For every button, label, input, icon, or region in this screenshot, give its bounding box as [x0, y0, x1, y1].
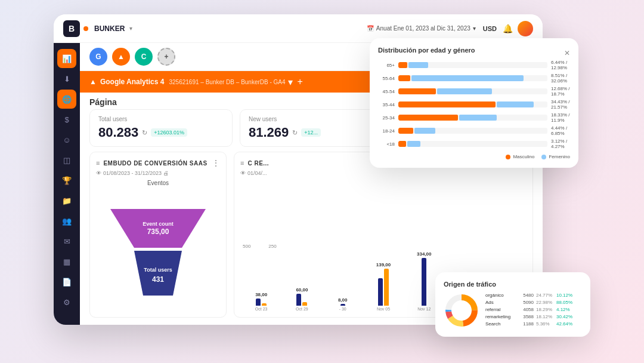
dist-row-55-64: 55-64 8.51% / 32.06% — [378, 73, 570, 84]
users-icon: 👥 — [62, 217, 72, 226]
sidebar-item-users[interactable]: 👥 — [57, 211, 76, 230]
chart-card-date: 👁 01/04/... — [240, 170, 527, 176]
bar-blue-2 — [296, 294, 301, 306]
funnel-subtitle: Eventos — [96, 180, 220, 186]
dist-row-18-24: 18-24 4.44% / 6.85% — [378, 125, 570, 136]
ga4-title: Google Analytics 4 — [100, 78, 165, 86]
analytics-icon: 📊 — [62, 54, 72, 63]
brand-name: BUNKER — [94, 24, 125, 33]
bar-group-1: 38,00 Oct 23 — [243, 292, 280, 311]
metric-refresh-icon: ↻ — [142, 129, 147, 137]
svg-text:735,00: 735,00 — [147, 227, 169, 236]
sidebar-item-doc[interactable]: 📄 — [57, 272, 76, 291]
ga4-dropdown[interactable]: ▾ — [288, 76, 293, 88]
user-avatar[interactable] — [518, 21, 533, 36]
logo-dot — [83, 26, 88, 31]
dist-track-65plus — [398, 62, 547, 68]
distribution-card: Distribución por edad y género ✕ 65+ 6.4… — [370, 38, 578, 168]
sidebar-item-grid[interactable]: ▦ — [57, 252, 76, 271]
logo-area: B BUNKER ▾ — [63, 20, 132, 37]
ga4-meta: 325621691 – Bunker DB – BunkerDB - GA4 — [169, 79, 285, 85]
brand-dropdown[interactable]: ▾ — [129, 25, 132, 32]
download-icon: ⬇ — [64, 75, 70, 84]
bar-blue-1 — [256, 299, 261, 306]
funnel-card-title: EMBUDO DE CONVERSIÓN SAAS — [103, 160, 208, 167]
metric-change-new-users: +12... — [301, 128, 321, 137]
metric-total-users: Total users 80.283 ↻ +12603.01% — [89, 109, 233, 147]
grid-icon: ▦ — [63, 257, 70, 266]
funnel-more-button[interactable]: ⋮ — [212, 158, 220, 168]
traffic-row-ads: Ads 5090 22.98% 88.05% — [485, 300, 582, 305]
traffic-row-remarketing: remarketing 3588 18.12% 30.42% — [485, 314, 582, 319]
trophy-icon: 🏆 — [62, 176, 72, 185]
ga4-icon: ▲ — [89, 78, 97, 86]
svg-text:Total users: Total users — [144, 267, 172, 273]
add-integration-button[interactable]: + — [157, 48, 175, 66]
sidebar-item-emoji[interactable]: ☺ — [57, 130, 76, 149]
y-axis-500: 500 — [243, 244, 250, 249]
bar-blue-4 — [378, 278, 383, 306]
bar-group-3: 8,00 - 30 — [324, 297, 361, 311]
bar-group-2: 60,00 Oct 29 — [283, 287, 320, 311]
male-dot — [506, 155, 510, 159]
horizontal-bars: 65+ 6.44% / 12.98% 55-64 8.51% / 32.06% … — [378, 60, 570, 149]
bar-blue-5 — [422, 258, 426, 306]
date-range: 📅 Anuat Ene 01, 2023 al Dic 31, 2023 ▾ — [367, 25, 476, 32]
svg-text:Event count: Event count — [143, 221, 174, 227]
dist-row-35-44: 35-44 34.43% / 21.57% — [378, 99, 570, 110]
eye-icon: 👁 — [96, 170, 101, 176]
doc-icon: 📄 — [62, 278, 72, 287]
sidebar-item-download[interactable]: ⬇ — [57, 69, 76, 88]
y-axis-250: 250 — [268, 244, 276, 249]
dist-track-35-44 — [398, 101, 547, 107]
metric-new-users: New users 81.269 ↻ +12... — [240, 109, 383, 147]
currency-selector[interactable]: USD — [483, 25, 497, 32]
integration-c[interactable]: C — [135, 48, 153, 66]
bar-orange-1 — [262, 303, 267, 306]
integration-analytics[interactable]: ▲ — [112, 48, 130, 66]
sidebar-item-mail[interactable]: ✉ — [57, 232, 76, 251]
sidebar-item-trophy[interactable]: 🏆 — [57, 171, 76, 190]
emoji-icon: ☺ — [63, 136, 70, 144]
donut-chart — [444, 293, 479, 328]
sidebar: 📊 ⬇ 🌐 $ ☺ ◫ 🏆 — [54, 43, 80, 325]
traffic-row-referral: referral 4058 18.29% 4.12% — [485, 307, 582, 312]
metric-label-total-users: Total users — [98, 116, 224, 122]
legend-female: Femenino — [541, 154, 570, 159]
distribution-legend: Masculino Femenino — [378, 154, 570, 159]
traffic-title: Origen de tráfico — [444, 281, 582, 288]
traffic-card: Origen de tráfico orgánico — [435, 272, 590, 337]
funnel-visual: Event count 735,00 Total users 431 — [96, 190, 220, 311]
svg-text:431: 431 — [152, 275, 164, 284]
dist-row-25-34: 25-34 18.33% / 11.9% — [378, 112, 570, 123]
dist-row-45-54: 45-54 12.68% / 18.7% — [378, 86, 570, 97]
funnel-menu-icon: ≡ — [96, 159, 100, 167]
dollar-icon: $ — [64, 115, 69, 124]
sidebar-item-layers[interactable]: ◫ — [57, 150, 76, 170]
sidebar-item-dollar[interactable]: $ — [57, 110, 76, 129]
notification-bell[interactable]: 🔔 — [503, 24, 513, 33]
metric-refresh-icon-2: ↻ — [292, 129, 298, 137]
bar-blue-3 — [340, 304, 345, 306]
main-wrapper: B BUNKER ▾ 📅 Anuat Ene 01, 2023 al Dic 3… — [54, 14, 590, 349]
sidebar-item-globe[interactable]: 🌐 — [57, 90, 76, 109]
dist-row-under18: <18 3.12% / 4.27% — [378, 139, 570, 149]
integration-google[interactable]: G — [89, 48, 107, 66]
traffic-row-organic: orgánico 5480 24.77% 10.12% — [485, 293, 582, 298]
traffic-row-search: Search 1188 5.36% 42.64% — [485, 321, 582, 327]
svg-marker-3 — [134, 251, 182, 296]
mail-icon: ✉ — [64, 237, 70, 246]
funnel-card-date: 👁 01/08/2023 - 31/12/2023 🖨 — [96, 170, 220, 176]
funnel-svg: Event count 735,00 Total users 431 — [104, 203, 212, 299]
traffic-content: orgánico 5480 24.77% 10.12% Ads 5090 22.… — [444, 293, 582, 328]
layers-icon: ◫ — [63, 156, 70, 165]
sidebar-item-settings[interactable]: ⚙ — [57, 293, 76, 312]
ga4-plus-button[interactable]: + — [298, 76, 303, 87]
dist-track-55-64 — [398, 75, 547, 81]
bar-orange-2 — [302, 302, 307, 306]
distribution-close-button[interactable]: ✕ — [564, 49, 570, 57]
dist-track-under18 — [398, 141, 547, 147]
sidebar-item-analytics[interactable]: 📊 — [57, 49, 76, 68]
dist-track-18-24 — [398, 128, 547, 134]
sidebar-item-folder[interactable]: 📁 — [57, 191, 76, 210]
